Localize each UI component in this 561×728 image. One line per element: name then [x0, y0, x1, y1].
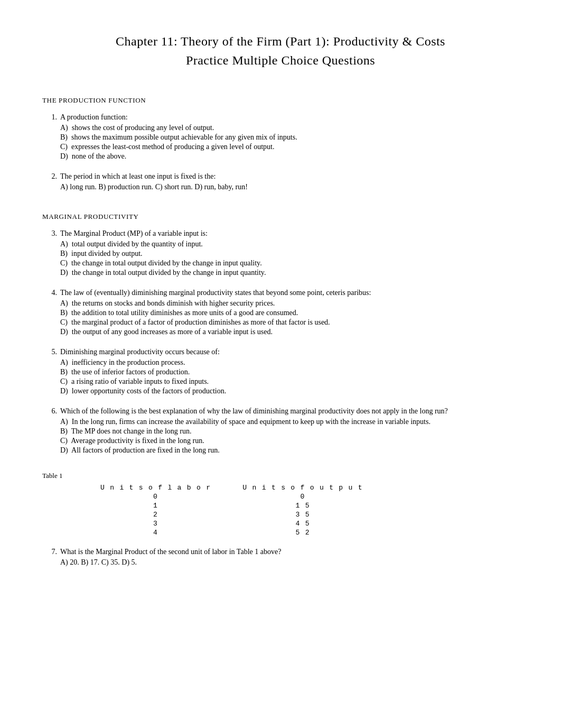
section-marginal-productivity: MARGINAL PRODUCTIVITY 3. The Marginal Pr…	[42, 213, 519, 456]
section-production-function: THE PRODUCTION FUNCTION 1. A production …	[42, 96, 519, 191]
table-cell: 3	[85, 519, 227, 528]
q-text-6: Which of the following is the best expla…	[60, 407, 519, 416]
table-cell: 4	[85, 528, 227, 537]
q3-option-c: C) the change in total output divided by…	[60, 259, 519, 268]
q2-inline-options: A) long run. B) production run. C) short…	[60, 183, 519, 191]
table-cell: 1	[85, 501, 227, 510]
q3-option-d: D) the change in total output divided by…	[60, 269, 519, 277]
table-row: 11 5	[85, 501, 379, 510]
q1-options: A) shows the cost of producing any level…	[60, 124, 519, 161]
q-content-3: The Marginal Product (MP) of a variable …	[60, 229, 519, 278]
q7-inline-options: A) 20. B) 17. C) 35. D) 5.	[60, 558, 519, 567]
col-header-labor: U n i t s o f l a b o r	[85, 483, 227, 492]
q5-option-d: D) lower opportunity costs of the factor…	[60, 387, 519, 395]
table-row: 34 5	[85, 519, 379, 528]
table-cell: 2	[85, 510, 227, 519]
q-num-1: 1.	[42, 113, 57, 162]
question-5: 5. Diminishing marginal productivity occ…	[42, 348, 519, 397]
section-heading-production-function: THE PRODUCTION FUNCTION	[42, 96, 519, 105]
q-text-7: What is the Marginal Product of the seco…	[60, 548, 519, 556]
q-num-6: 6.	[42, 407, 57, 456]
q4-option-b: B) the addition to total utility diminis…	[60, 309, 519, 317]
q-num-2: 2.	[42, 172, 57, 191]
post-table-questions: 7. What is the Marginal Product of the s…	[42, 548, 519, 567]
table-cell: 0	[85, 492, 227, 501]
q3-options: A) total output divided by the quantity …	[60, 240, 519, 277]
question-7: 7. What is the Marginal Product of the s…	[42, 548, 519, 567]
q1-option-a: A) shows the cost of producing any level…	[60, 124, 519, 132]
question-3: 3. The Marginal Product (MP) of a variab…	[42, 229, 519, 278]
page-title: Chapter 11: Theory of the Firm (Part 1):…	[42, 32, 519, 70]
table-row: 23 5	[85, 510, 379, 519]
table-cell: 3 5	[227, 510, 379, 519]
q-text-2: The period in which at least one input i…	[60, 172, 519, 181]
table-cell: 4 5	[227, 519, 379, 528]
q6-option-a: A) In the long run, firms can increase t…	[60, 418, 519, 426]
q6-option-b: B) The MP does not change in the long ru…	[60, 427, 519, 436]
q6-option-d: D) All factors of production are fixed i…	[60, 446, 519, 455]
page-header: Chapter 11: Theory of the Firm (Part 1):…	[42, 32, 519, 70]
q1-option-b: B) shows the maximum possible output ach…	[60, 133, 519, 142]
q5-option-a: A) inefficiency in the production proces…	[60, 358, 519, 367]
q6-options: A) In the long run, firms can increase t…	[60, 418, 519, 455]
q-content-1: A production function: A) shows the cost…	[60, 113, 519, 162]
table-cell: 0	[227, 492, 379, 501]
q-text-3: The Marginal Product (MP) of a variable …	[60, 229, 519, 238]
q4-options: A) the returns on stocks and bonds dimin…	[60, 299, 519, 336]
q4-option-d: D) the output of any good increases as m…	[60, 328, 519, 336]
question-4: 4. The law of (eventually) diminishing m…	[42, 289, 519, 337]
table-label: Table 1	[42, 472, 519, 480]
table-cell: 5 2	[227, 528, 379, 537]
q1-option-c: C) expresses the least-cost method of pr…	[60, 143, 519, 151]
data-table-1: U n i t s o f l a b o r U n i t s o f o …	[85, 483, 379, 537]
q-content-4: The law of (eventually) diminishing marg…	[60, 289, 519, 337]
question-1: 1. A production function: A) shows the c…	[42, 113, 519, 162]
q4-option-a: A) the returns on stocks and bonds dimin…	[60, 299, 519, 308]
q-text-4: The law of (eventually) diminishing marg…	[60, 289, 519, 297]
q-num-5: 5.	[42, 348, 57, 397]
q5-option-c: C) a rising ratio of variable inputs to …	[60, 377, 519, 386]
q6-option-c: C) Average productivity is fixed in the …	[60, 437, 519, 445]
questions-list-2: 3. The Marginal Product (MP) of a variab…	[42, 229, 519, 456]
q3-option-b: B) input divided by output.	[60, 250, 519, 258]
q-num-4: 4.	[42, 289, 57, 337]
q5-option-b: B) the use of inferior factors of produc…	[60, 368, 519, 376]
table-row: 45 2	[85, 528, 379, 537]
q3-option-a: A) total output divided by the quantity …	[60, 240, 519, 248]
q1-option-d: D) none of the above.	[60, 152, 519, 161]
section-heading-marginal-productivity: MARGINAL PRODUCTIVITY	[42, 213, 519, 221]
question-6: 6. Which of the following is the best ex…	[42, 407, 519, 456]
col-header-output: U n i t s o f o u t p u t	[227, 483, 379, 492]
table-1-section: Table 1 U n i t s o f l a b o r U n i t …	[42, 472, 519, 537]
table-cell: 1 5	[227, 501, 379, 510]
q-content-2: The period in which at least one input i…	[60, 172, 519, 191]
table-row: 00	[85, 492, 379, 501]
q-content-6: Which of the following is the best expla…	[60, 407, 519, 456]
question-2: 2. The period in which at least one inpu…	[42, 172, 519, 191]
q4-option-c: C) the marginal product of a factor of p…	[60, 318, 519, 327]
q5-options: A) inefficiency in the production proces…	[60, 358, 519, 395]
q-text-5: Diminishing marginal productivity occurs…	[60, 348, 519, 356]
questions-list-1: 1. A production function: A) shows the c…	[42, 113, 519, 191]
q-num-7: 7.	[42, 548, 57, 567]
q-content-7: What is the Marginal Product of the seco…	[60, 548, 519, 567]
q-content-5: Diminishing marginal productivity occurs…	[60, 348, 519, 397]
q-text-1: A production function:	[60, 113, 519, 122]
q-num-3: 3.	[42, 229, 57, 278]
